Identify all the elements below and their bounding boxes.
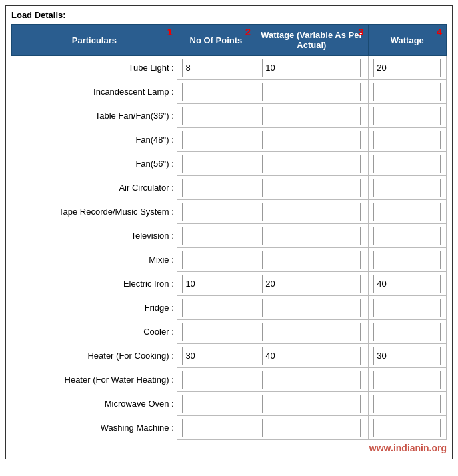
- input-2-1[interactable]: [262, 107, 361, 125]
- input-15-2[interactable]: [373, 419, 441, 437]
- input-8-0[interactable]: [182, 251, 249, 269]
- input-0-2[interactable]: [373, 59, 441, 77]
- input-cell-12-1[interactable]: [255, 344, 369, 368]
- input-cell-5-1[interactable]: [255, 176, 369, 200]
- input-7-2[interactable]: [373, 227, 441, 245]
- input-cell-3-0[interactable]: [177, 128, 255, 152]
- input-cell-0-2[interactable]: [368, 56, 446, 80]
- input-cell-14-0[interactable]: [177, 392, 255, 416]
- input-cell-6-2[interactable]: [368, 200, 446, 224]
- input-8-2[interactable]: [373, 251, 441, 269]
- input-15-1[interactable]: [262, 419, 361, 437]
- input-cell-4-0[interactable]: [177, 152, 255, 176]
- input-12-1[interactable]: [262, 347, 361, 365]
- input-0-0[interactable]: [182, 59, 249, 77]
- input-3-2[interactable]: [373, 131, 441, 149]
- input-14-0[interactable]: [182, 395, 249, 413]
- input-cell-12-0[interactable]: [177, 344, 255, 368]
- input-cell-13-2[interactable]: [368, 368, 446, 392]
- input-cell-15-1[interactable]: [255, 416, 369, 440]
- input-11-2[interactable]: [373, 323, 441, 341]
- input-6-2[interactable]: [373, 203, 441, 221]
- input-9-1[interactable]: [262, 275, 361, 293]
- input-cell-8-0[interactable]: [177, 248, 255, 272]
- table-row: Microwave Oven :: [12, 392, 447, 416]
- input-1-2[interactable]: [373, 83, 441, 101]
- table-row: Incandescent Lamp :: [12, 80, 447, 104]
- input-cell-10-1[interactable]: [255, 296, 369, 320]
- input-10-2[interactable]: [373, 299, 441, 317]
- input-7-0[interactable]: [182, 227, 249, 245]
- input-cell-12-2[interactable]: [368, 344, 446, 368]
- input-1-1[interactable]: [262, 83, 361, 101]
- input-cell-2-0[interactable]: [177, 104, 255, 128]
- input-0-1[interactable]: [262, 59, 361, 77]
- input-10-0[interactable]: [182, 299, 249, 317]
- input-cell-1-1[interactable]: [255, 80, 369, 104]
- input-cell-7-1[interactable]: [255, 224, 369, 248]
- input-cell-9-1[interactable]: [255, 272, 369, 296]
- input-14-1[interactable]: [262, 395, 361, 413]
- input-cell-0-1[interactable]: [255, 56, 369, 80]
- input-cell-13-0[interactable]: [177, 368, 255, 392]
- input-cell-15-0[interactable]: [177, 416, 255, 440]
- input-cell-6-1[interactable]: [255, 200, 369, 224]
- input-cell-11-0[interactable]: [177, 320, 255, 344]
- input-8-1[interactable]: [262, 251, 361, 269]
- input-7-1[interactable]: [262, 227, 361, 245]
- input-5-1[interactable]: [262, 179, 361, 197]
- input-cell-8-1[interactable]: [255, 248, 369, 272]
- input-cell-8-2[interactable]: [368, 248, 446, 272]
- input-5-2[interactable]: [373, 179, 441, 197]
- input-cell-6-0[interactable]: [177, 200, 255, 224]
- input-4-2[interactable]: [373, 155, 441, 173]
- input-cell-5-0[interactable]: [177, 176, 255, 200]
- input-2-2[interactable]: [373, 107, 441, 125]
- input-13-0[interactable]: [182, 371, 249, 389]
- row-label-8: Mixie :: [12, 248, 177, 272]
- input-12-0[interactable]: [182, 347, 249, 365]
- input-cell-11-1[interactable]: [255, 320, 369, 344]
- input-cell-1-0[interactable]: [177, 80, 255, 104]
- input-cell-9-2[interactable]: [368, 272, 446, 296]
- input-cell-7-2[interactable]: [368, 224, 446, 248]
- input-2-0[interactable]: [182, 107, 249, 125]
- input-cell-13-1[interactable]: [255, 368, 369, 392]
- input-11-0[interactable]: [182, 323, 249, 341]
- input-11-1[interactable]: [262, 323, 361, 341]
- input-10-1[interactable]: [262, 299, 361, 317]
- input-4-0[interactable]: [182, 155, 249, 173]
- input-cell-5-2[interactable]: [368, 176, 446, 200]
- input-15-0[interactable]: [182, 419, 249, 437]
- input-12-2[interactable]: [373, 347, 441, 365]
- input-cell-2-1[interactable]: [255, 104, 369, 128]
- input-cell-11-2[interactable]: [368, 320, 446, 344]
- input-13-2[interactable]: [373, 371, 441, 389]
- input-9-2[interactable]: [373, 275, 441, 293]
- input-cell-3-2[interactable]: [368, 128, 446, 152]
- input-cell-9-0[interactable]: [177, 272, 255, 296]
- input-5-0[interactable]: [182, 179, 249, 197]
- input-cell-10-0[interactable]: [177, 296, 255, 320]
- input-cell-4-2[interactable]: [368, 152, 446, 176]
- input-3-1[interactable]: [262, 131, 361, 149]
- input-1-0[interactable]: [182, 83, 249, 101]
- input-14-2[interactable]: [373, 395, 441, 413]
- input-cell-4-1[interactable]: [255, 152, 369, 176]
- input-cell-7-0[interactable]: [177, 224, 255, 248]
- input-cell-3-1[interactable]: [255, 128, 369, 152]
- input-13-1[interactable]: [262, 371, 361, 389]
- input-cell-1-2[interactable]: [368, 80, 446, 104]
- input-4-1[interactable]: [262, 155, 361, 173]
- input-cell-0-0[interactable]: [177, 56, 255, 80]
- input-cell-14-1[interactable]: [255, 392, 369, 416]
- input-cell-14-2[interactable]: [368, 392, 446, 416]
- input-6-0[interactable]: [182, 203, 249, 221]
- table-row: Table Fan/Fan(36") :: [12, 104, 447, 128]
- input-9-0[interactable]: [182, 275, 249, 293]
- input-cell-10-2[interactable]: [368, 296, 446, 320]
- input-6-1[interactable]: [262, 203, 361, 221]
- input-cell-2-2[interactable]: [368, 104, 446, 128]
- input-3-0[interactable]: [182, 131, 249, 149]
- input-cell-15-2[interactable]: [368, 416, 446, 440]
